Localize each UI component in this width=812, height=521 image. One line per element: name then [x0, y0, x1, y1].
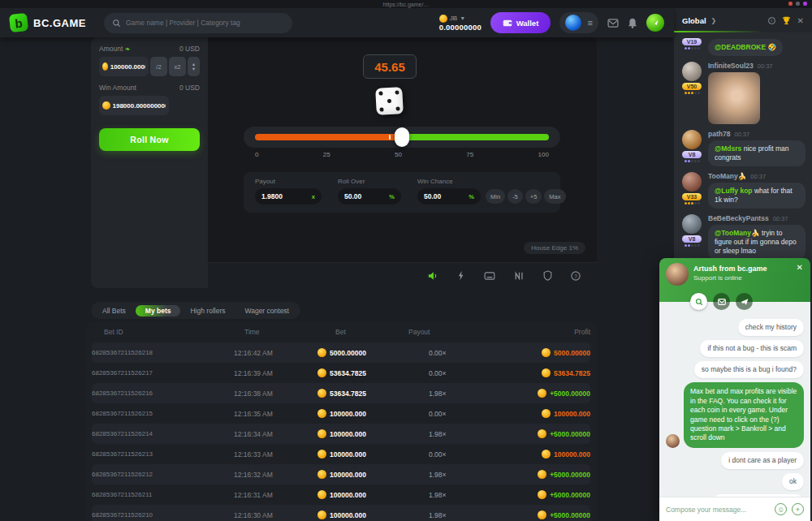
- payout-input[interactable]: 1.9800x: [255, 188, 322, 205]
- level-badge: V8: [682, 235, 702, 243]
- support-email-icon[interactable]: [713, 293, 730, 310]
- user-avatar: [565, 15, 581, 31]
- help-icon[interactable]: ?: [571, 271, 581, 281]
- coin-icon: [317, 470, 326, 479]
- trophy-icon[interactable]: [782, 16, 791, 25]
- bets-tab[interactable]: All Bets: [93, 305, 136, 316]
- double-bet-button[interactable]: x2: [169, 57, 186, 76]
- turbo-bet-icon[interactable]: [457, 270, 465, 281]
- bet-amount: 5000.00000: [315, 348, 408, 357]
- promo-avatar-icon[interactable]: [646, 14, 664, 32]
- result-marker: [389, 135, 391, 140]
- win-chance-input[interactable]: 50.00%: [417, 188, 481, 205]
- coin-icon: [538, 470, 546, 479]
- sound-icon[interactable]: [427, 271, 438, 281]
- chat-message: V33 TooMany🍌 00:37 @Luffy kop what for t…: [680, 172, 806, 209]
- chat-avatar[interactable]: [682, 130, 702, 149]
- chat-username[interactable]: InfiniteSoul23: [708, 62, 754, 70]
- live-stats-icon[interactable]: [514, 271, 525, 281]
- chat-username[interactable]: BeBeBeckyPantss: [708, 214, 769, 222]
- emoji-icon[interactable]: ☺: [775, 503, 787, 515]
- column-header: Profit: [482, 328, 590, 336]
- support-status: Support is online: [693, 274, 767, 282]
- chat-avatar[interactable]: [682, 172, 702, 192]
- chance-quick-button[interactable]: Min: [486, 189, 505, 204]
- chat-username[interactable]: path78: [708, 130, 730, 138]
- chance-quick-button[interactable]: +5: [525, 189, 542, 204]
- roll-over-input[interactable]: 50.00%: [338, 188, 401, 205]
- win-amount-input[interactable]: 198000.000000000: [99, 96, 169, 115]
- support-close-icon[interactable]: ✕: [797, 263, 803, 272]
- column-header: Bet: [315, 328, 408, 336]
- support-chat-widget: Artush from bc.game Support is online ✕: [659, 258, 810, 521]
- chat-mention[interactable]: @Luffy kop: [715, 187, 753, 195]
- coin-icon: [538, 510, 546, 519]
- screen: https://bc.game/… b BC.GAME JB ▼: [0, 0, 812, 521]
- bets-tab[interactable]: My bets: [136, 305, 181, 316]
- balance-amount: 0.00000000: [439, 23, 482, 32]
- bet-time: 12:16:34 AM: [222, 430, 315, 438]
- chance-quick-button[interactable]: -5: [508, 189, 523, 204]
- bet-id: 68285367211526211: [92, 491, 222, 498]
- user-message-bubble: i dont care as a player: [721, 452, 804, 469]
- bets-tab[interactable]: Wager contest: [235, 305, 299, 316]
- chat-mention[interactable]: @Mdsrs: [715, 144, 741, 153]
- attach-plus-icon[interactable]: +: [792, 503, 804, 515]
- table-row[interactable]: 68285367211526217 12:16:39 AM 53634.7825…: [92, 363, 590, 383]
- slider-track[interactable]: [255, 134, 549, 140]
- table-row[interactable]: 68285367211526213 12:16:33 AM 100000.000…: [92, 444, 590, 464]
- chat-mention[interactable]: @TooMany🍌: [715, 229, 760, 237]
- bets-table: Bet IDTimeBetPayoutProfit 68285367211526…: [85, 321, 597, 521]
- support-search-icon[interactable]: [690, 293, 707, 310]
- brand-logo[interactable]: b BC.GAME: [10, 14, 86, 32]
- table-row[interactable]: 68285367211526211 12:16:31 AM 100000.000…: [92, 484, 590, 505]
- chat-close-icon[interactable]: ✕: [797, 16, 804, 25]
- chevron-right-icon[interactable]: ❯: [711, 17, 717, 24]
- chat-rules-icon[interactable]: i: [768, 17, 775, 24]
- chat-username[interactable]: TooMany🍌: [708, 172, 746, 180]
- roll-now-button[interactable]: Roll Now: [99, 128, 200, 151]
- search-bar[interactable]: [104, 13, 292, 33]
- bets-tab[interactable]: High rollers: [180, 305, 235, 316]
- chance-quick-button[interactable]: Max: [544, 189, 565, 204]
- table-row[interactable]: 68285367211526214 12:16:34 AM 100000.000…: [92, 424, 590, 444]
- hotkeys-icon[interactable]: [484, 272, 495, 280]
- bet-id: 68285367211526210: [92, 511, 222, 519]
- user-message-bubble: if this not a bug - this is scam: [700, 340, 804, 357]
- amount-usd: 0 USD: [179, 45, 200, 53]
- bet-profit: 5000.00000: [482, 348, 590, 357]
- coin-icon: [317, 389, 326, 398]
- table-row[interactable]: 68285367211526218 12:16:42 AM 5000.00000…: [92, 342, 590, 363]
- menu-icon: ≡: [587, 18, 592, 28]
- amount-stepper[interactable]: ▲▼: [188, 57, 200, 76]
- notifications-bell-icon[interactable]: [628, 18, 637, 28]
- chat-message: V50 InfiniteSoul23 00:37: [680, 62, 806, 124]
- balance-display[interactable]: JB ▼ 0.00000000: [439, 15, 482, 32]
- house-edge-badge: House Edge 1%: [524, 242, 585, 254]
- chat-message: V8 path78 00:37 @Mdsrs nice profit man c…: [680, 130, 806, 166]
- bet-amount-input[interactable]: 100000.00000000: [99, 57, 149, 76]
- browser-url[interactable]: https://bc.game/…: [383, 2, 430, 7]
- slider-handle[interactable]: [395, 127, 409, 147]
- half-bet-button[interactable]: /2: [150, 57, 167, 76]
- user-menu[interactable]: ≡: [559, 12, 598, 33]
- chat-mention[interactable]: @DEADBROKE: [715, 43, 766, 51]
- table-row[interactable]: 68285367211526210 12:16:30 AM 100000.000…: [92, 505, 590, 521]
- chat-avatar[interactable]: [682, 62, 702, 81]
- table-row[interactable]: 68285367211526212 12:16:32 AM 100000.000…: [92, 464, 590, 484]
- chat-image[interactable]: [708, 72, 760, 124]
- table-row[interactable]: 68285367211526216 12:16:38 AM 53634.7825…: [92, 383, 590, 403]
- bet-id: 68285367211526212: [92, 471, 222, 478]
- table-row[interactable]: 68285367211526215 12:16:35 AM 100000.000…: [92, 403, 590, 424]
- fairness-seed-icon[interactable]: [543, 270, 552, 281]
- messages-icon[interactable]: [607, 19, 619, 28]
- payout-label: Payout: [255, 178, 322, 185]
- support-telegram-icon[interactable]: [736, 293, 753, 310]
- wallet-button[interactable]: Wallet: [490, 12, 551, 33]
- compose-input[interactable]: [666, 506, 770, 514]
- coin-icon: [317, 510, 326, 519]
- chat-room-selector[interactable]: Global: [682, 16, 706, 25]
- dice-icon: [375, 87, 404, 115]
- chat-avatar[interactable]: [682, 214, 702, 234]
- search-input[interactable]: [126, 19, 284, 27]
